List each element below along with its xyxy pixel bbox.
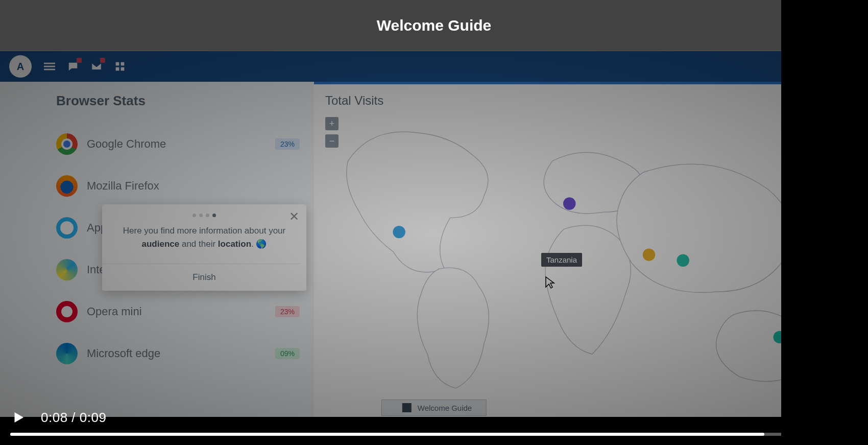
tour-step-dots (192, 214, 216, 217)
video-current-time: 0:08 (41, 410, 68, 425)
play-icon[interactable] (10, 409, 27, 426)
browser-percent: 23% (275, 138, 300, 150)
safari-icon (56, 217, 78, 239)
browser-row-firefox: Mozilla Firefox (56, 165, 300, 207)
chrome-icon (56, 133, 78, 155)
tour-bold: location (218, 239, 251, 249)
tour-finish-button[interactable]: Finish (102, 264, 306, 291)
tour-text: . 🌎 (251, 239, 267, 249)
chat-icon[interactable] (67, 61, 79, 72)
video-duration: 0:09 (80, 410, 107, 425)
tour-close-icon[interactable]: ✕ (289, 210, 299, 223)
dashboard-topbar: A (0, 51, 868, 82)
tour-body-text: Here you find more information about you… (102, 221, 306, 264)
right-edge-mask (781, 0, 868, 445)
dashboard: A Browse (0, 51, 868, 417)
browser-row-chrome: Google Chrome 23% (56, 123, 300, 165)
map-marker-gulf[interactable] (643, 248, 655, 261)
browser-stats-panel: Browser Stats Google Chrome 23% Mozilla … (0, 82, 314, 417)
map-marker-india[interactable] (677, 254, 689, 266)
chat-badge (77, 58, 82, 63)
svg-rect-5 (121, 62, 125, 66)
video-modal-topbar: Welcome Guide (0, 0, 868, 51)
tour-bold: audience (142, 239, 180, 249)
menu-icon[interactable] (44, 61, 55, 72)
svg-rect-4 (116, 62, 119, 66)
video-modal-title: Welcome Guide (377, 17, 492, 34)
cursor-icon (545, 276, 555, 292)
app-logo-letter: A (17, 61, 24, 73)
opera-icon (56, 301, 78, 322)
video-progress-fill (10, 433, 764, 436)
svg-rect-2 (44, 66, 55, 67)
edge-icon (56, 343, 78, 364)
browser-percent: 23% (275, 306, 300, 317)
svg-rect-1 (44, 63, 55, 64)
mail-icon[interactable] (91, 61, 102, 72)
svg-rect-6 (116, 67, 119, 71)
map-marker-uk[interactable] (563, 197, 575, 209)
video-progress-track[interactable] (10, 433, 858, 436)
tour-popover: ✕ Here you find more information about y… (102, 204, 306, 291)
video-time: 0:08 / 0:09 (41, 410, 106, 426)
browser-name: Mozilla Firefox (87, 179, 300, 193)
browser-stats-title: Browser Stats (56, 93, 300, 109)
video-frame: A Browse (0, 51, 868, 417)
browser-name: Google Chrome (87, 137, 266, 151)
browser-name: Microsoft edge (87, 347, 266, 360)
svg-rect-7 (121, 67, 125, 71)
browser-row-opera: Opera mini 23% (56, 291, 300, 333)
ie-icon (56, 259, 78, 280)
browser-name: Opera mini (87, 305, 266, 318)
tour-text: and their (179, 239, 218, 249)
browser-percent: 09% (275, 348, 300, 359)
map-marker-usa-west[interactable] (393, 226, 405, 238)
mail-badge (100, 58, 105, 63)
svg-rect-3 (44, 69, 55, 71)
apps-icon[interactable] (114, 61, 126, 72)
app-logo[interactable]: A (9, 55, 32, 78)
firefox-icon (56, 175, 78, 197)
map-tooltip: Tanzania (541, 253, 582, 267)
browser-row-edge: Microsoft edge 09% (56, 333, 300, 374)
tour-text: Here you find more information about you… (123, 226, 285, 236)
